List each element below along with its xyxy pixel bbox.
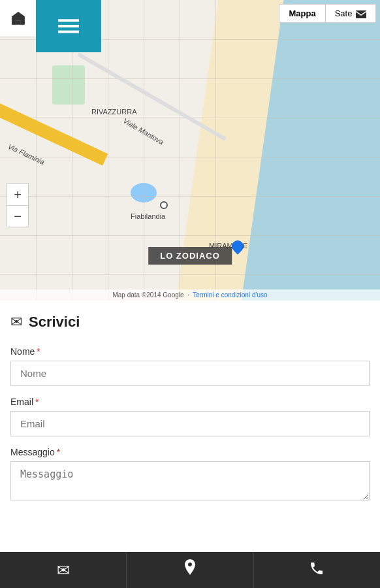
messaggio-input[interactable] [10, 461, 370, 500]
map-label-rivazzurra: RIVAZZURRA [91, 108, 136, 116]
home-icon [10, 10, 27, 27]
location-nav-icon [182, 559, 198, 581]
nome-label: Nome* [10, 346, 370, 357]
mail-icon: ✉ [10, 314, 22, 331]
nav-mail[interactable]: ✉ [0, 552, 127, 588]
mail-nav-icon: ✉ [57, 561, 70, 580]
svg-rect-4 [356, 10, 366, 18]
satellite-label: Sate [335, 8, 353, 18]
nav-phone[interactable] [254, 552, 380, 588]
svg-rect-3 [58, 31, 79, 33]
nome-input[interactable] [10, 361, 370, 386]
zoom-out-button[interactable]: − [7, 205, 29, 227]
bottom-navigation: ✉ [0, 552, 380, 588]
map-type-mappa[interactable]: Mappa [279, 4, 325, 23]
email-required: * [35, 397, 39, 407]
email-label: Email* [10, 397, 370, 407]
email-input[interactable] [10, 411, 370, 436]
svg-rect-1 [58, 19, 79, 22]
svg-rect-0 [16, 20, 20, 25]
zoom-controls: + − [7, 183, 29, 227]
home-button[interactable] [0, 0, 36, 36]
messaggio-label: Messaggio* [10, 447, 370, 457]
phone-nav-icon [309, 561, 325, 580]
svg-rect-2 [58, 25, 79, 27]
zoom-in-button[interactable]: + [7, 183, 29, 205]
map-label-fiabilandia: Fiabilandia [131, 212, 165, 220]
email-group: Email* [10, 397, 370, 436]
map-container: Via Flaminia Viale Mantova MAREBELLO RIV… [0, 0, 380, 301]
form-section: ✉ Scrivici Nome* Email* Messaggio* [0, 301, 380, 520]
messaggio-group: Messaggio* [10, 447, 370, 503]
map-attribution: Map data ©2014 Google · Termini e condiz… [0, 289, 380, 301]
nome-group: Nome* [10, 346, 370, 386]
nav-location[interactable] [127, 552, 253, 588]
fiabilandia-pin [160, 201, 168, 209]
menu-button[interactable] [36, 0, 101, 52]
hamburger-icon [58, 16, 79, 37]
map-type-satellite[interactable]: Sate [326, 4, 376, 23]
map-type-buttons: Mappa Sate [279, 4, 376, 23]
section-title: ✉ Scrivici [10, 314, 370, 331]
attribution-text: Map data ©2014 Google [112, 291, 183, 299]
bottom-nav-spacer [0, 520, 380, 556]
messaggio-required: * [57, 447, 60, 457]
terms-link[interactable]: Termini e condizioni d'uso [193, 291, 267, 299]
envelope-icon [356, 10, 366, 18]
section-title-text: Scrivici [29, 314, 80, 331]
nome-required: * [37, 346, 40, 357]
zodiaco-banner: LO ZODIACO [148, 247, 232, 265]
